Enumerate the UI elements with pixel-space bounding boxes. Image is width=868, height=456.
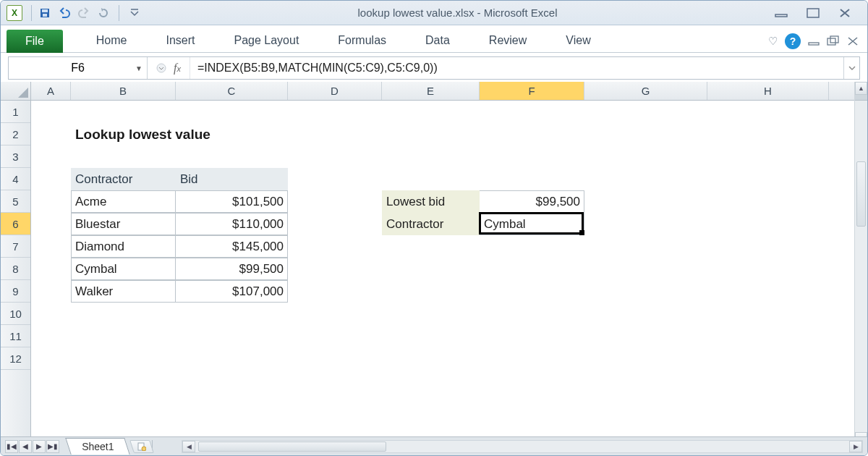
fx-dropdown-icon[interactable] xyxy=(156,63,166,73)
formula-bar: F6▼ fx =INDEX(B5:B9,MATCH(MIN(C5:C9),C5:… xyxy=(8,56,860,80)
cell[interactable]: Cymbal xyxy=(71,258,176,280)
row-header[interactable]: 12 xyxy=(1,347,30,370)
undo-button[interactable] xyxy=(56,5,73,21)
cell[interactable]: Cymbal xyxy=(480,213,584,235)
tab-insert[interactable]: Insert xyxy=(154,29,206,52)
formula-expand[interactable] xyxy=(843,57,859,79)
scroll-left-button[interactable]: ◀ xyxy=(182,441,195,452)
window-title: lookup lowest value.xlsx - Microsoft Exc… xyxy=(143,7,772,19)
cell[interactable]: Diamond xyxy=(71,235,176,258)
sheet-last-button[interactable]: ▶▮ xyxy=(46,440,59,453)
name-box[interactable]: F6▼ xyxy=(9,57,148,79)
cell[interactable]: Bid xyxy=(176,168,288,190)
spreadsheet-grid: ABCDEFGH 123456789101112 Lookup lowest v… xyxy=(1,82,867,445)
split-handle[interactable] xyxy=(855,95,867,101)
svg-rect-1 xyxy=(42,9,48,12)
sheet-first-button[interactable]: ▮◀ xyxy=(5,440,18,453)
col-header[interactable]: B xyxy=(71,82,176,100)
tab-formulas[interactable]: Formulas xyxy=(326,29,398,52)
svg-rect-7 xyxy=(827,38,835,45)
sheet-tab[interactable]: Sheet1 xyxy=(65,438,130,455)
col-header[interactable]: F xyxy=(480,82,584,100)
vertical-scrollbar[interactable]: ▲ ▼ xyxy=(854,82,867,445)
svg-rect-8 xyxy=(830,36,838,43)
qat-customize[interactable] xyxy=(126,5,143,21)
chevron-down-icon[interactable]: ▼ xyxy=(135,64,142,72)
title-bar: X lookup lowest value.xlsx - Microsoft E… xyxy=(1,1,867,25)
cell[interactable]: Acme xyxy=(71,190,176,213)
cell[interactable]: $101,500 xyxy=(176,190,288,213)
cell[interactable]: $110,000 xyxy=(176,213,288,235)
sheet-nav: ▮◀ ◀ ▶ ▶▮ xyxy=(1,440,64,453)
maximize-button[interactable] xyxy=(804,7,822,20)
app-minimize-icon[interactable] xyxy=(808,35,820,48)
cell[interactable]: Lookup lowest value xyxy=(71,123,288,145)
svg-point-11 xyxy=(142,447,146,451)
col-header[interactable]: H xyxy=(707,82,829,100)
cell[interactable]: $107,000 xyxy=(176,280,288,303)
sheet-tab-bar: ▮◀ ◀ ▶ ▶▮ Sheet1 ◀ ▶ xyxy=(1,436,867,455)
repeat-button[interactable] xyxy=(95,5,112,21)
row-header[interactable]: 11 xyxy=(1,325,30,347)
cells-area[interactable]: Lookup lowest valueContractorBidAcme$101… xyxy=(31,101,854,445)
scroll-right-button[interactable]: ▶ xyxy=(849,441,862,452)
col-header[interactable]: G xyxy=(584,82,707,100)
minimize-button[interactable] xyxy=(772,7,791,20)
row-header[interactable]: 6 xyxy=(1,213,30,235)
quick-access-toolbar xyxy=(36,5,143,21)
app-close-icon[interactable] xyxy=(847,35,859,48)
tab-view[interactable]: View xyxy=(554,29,602,52)
row-header[interactable]: 1 xyxy=(1,101,30,123)
excel-icon: X xyxy=(7,5,22,21)
hscroll-thumb[interactable] xyxy=(198,442,386,452)
svg-rect-5 xyxy=(807,9,819,17)
help-button[interactable]: ? xyxy=(785,33,801,49)
tab-data[interactable]: Data xyxy=(414,29,461,52)
ribbon-minimize-icon[interactable]: ♡ xyxy=(768,35,778,48)
fx-icon[interactable]: fx xyxy=(174,62,181,75)
sheet-prev-button[interactable]: ◀ xyxy=(19,440,32,453)
horizontal-scrollbar[interactable]: ◀ ▶ xyxy=(182,440,863,453)
select-all-corner[interactable] xyxy=(1,82,31,101)
cell[interactable]: $145,000 xyxy=(176,235,288,258)
row-header[interactable]: 3 xyxy=(1,145,30,168)
col-header[interactable]: D xyxy=(288,82,382,100)
col-header[interactable]: E xyxy=(382,82,480,100)
file-tab[interactable]: File xyxy=(7,30,63,53)
col-header[interactable]: C xyxy=(176,82,288,100)
row-header[interactable]: 9 xyxy=(1,280,30,303)
row-header[interactable]: 7 xyxy=(1,235,30,258)
row-header[interactable]: 4 xyxy=(1,168,30,190)
row-header[interactable]: 8 xyxy=(1,258,30,280)
cell[interactable]: Contractor xyxy=(382,213,480,235)
column-headers: ABCDEFGH xyxy=(1,82,854,101)
close-button[interactable] xyxy=(835,7,854,20)
cell[interactable]: Bluestar xyxy=(71,213,176,235)
row-header[interactable]: 10 xyxy=(1,303,30,325)
scroll-thumb[interactable] xyxy=(856,161,866,227)
save-button[interactable] xyxy=(36,5,54,21)
col-header[interactable]: A xyxy=(31,82,71,100)
redo-button[interactable] xyxy=(75,5,93,21)
row-header[interactable]: 2 xyxy=(1,123,30,145)
cell[interactable]: $99,500 xyxy=(480,190,584,213)
cell[interactable]: Lowest bid xyxy=(382,190,480,213)
formula-input[interactable]: =INDEX(B5:B9,MATCH(MIN(C5:C9),C5:C9,0)) xyxy=(190,62,843,75)
svg-rect-6 xyxy=(809,43,819,45)
tab-home[interactable]: Home xyxy=(85,29,139,52)
app-restore-icon[interactable] xyxy=(827,35,840,48)
fx-zone: fx xyxy=(148,57,190,79)
tab-review[interactable]: Review xyxy=(477,29,538,52)
sheet-next-button[interactable]: ▶ xyxy=(33,440,46,453)
window-controls xyxy=(772,7,861,20)
svg-rect-4 xyxy=(775,14,787,17)
cell[interactable]: Contractor xyxy=(71,168,176,190)
new-sheet-button[interactable] xyxy=(129,440,154,453)
cell[interactable]: Walker xyxy=(71,280,176,303)
row-header[interactable]: 5 xyxy=(1,190,30,213)
svg-point-9 xyxy=(157,64,166,72)
cell[interactable]: $99,500 xyxy=(176,258,288,280)
scroll-up-button[interactable]: ▲ xyxy=(855,82,867,95)
row-headers: 123456789101112 xyxy=(1,101,31,445)
tab-page-layout[interactable]: Page Layout xyxy=(222,29,310,52)
